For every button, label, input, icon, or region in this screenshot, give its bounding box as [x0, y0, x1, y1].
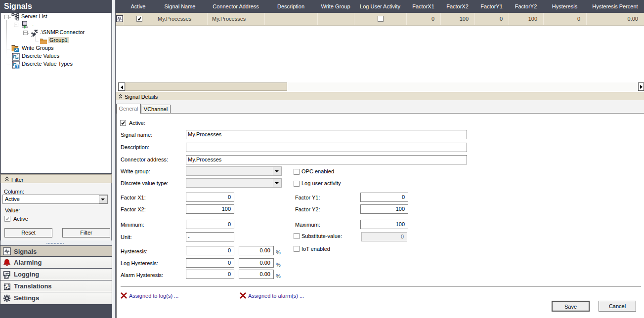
svg-text:A: A [7, 284, 10, 287]
svg-text:?: ? [16, 64, 19, 69]
